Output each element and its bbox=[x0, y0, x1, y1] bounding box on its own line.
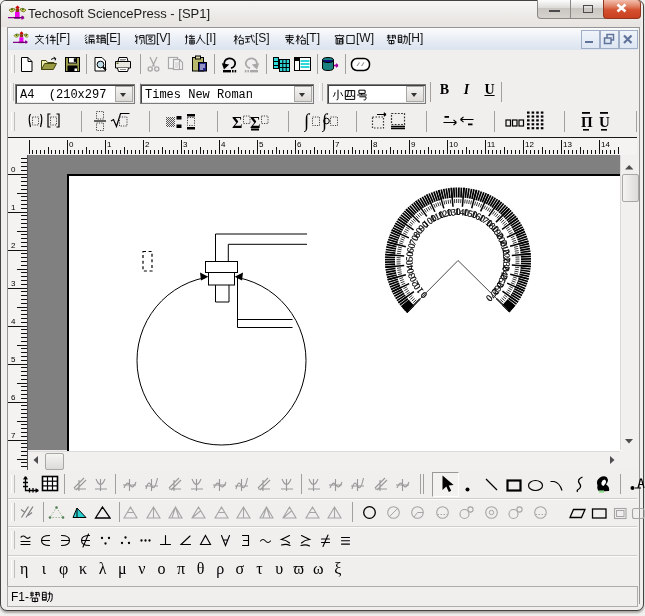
svg-text:7: 7 bbox=[11, 431, 16, 440]
svg-text:5: 5 bbox=[11, 355, 16, 364]
svg-text:4: 4 bbox=[221, 140, 226, 149]
svg-text:6: 6 bbox=[297, 140, 302, 149]
svg-text:∫: ∫ bbox=[322, 110, 329, 132]
svg-text:11: 11 bbox=[487, 140, 496, 149]
svg-text:0: 0 bbox=[11, 165, 16, 174]
svg-text:Σ: Σ bbox=[232, 114, 242, 131]
svg-text:2: 2 bbox=[145, 140, 150, 149]
svg-text:3: 3 bbox=[11, 279, 16, 288]
svg-text:7: 7 bbox=[335, 140, 340, 149]
svg-text:12: 12 bbox=[525, 140, 534, 149]
svg-text:Σ: Σ bbox=[250, 114, 260, 131]
svg-text:10: 10 bbox=[449, 140, 458, 149]
svg-text:2: 2 bbox=[11, 241, 16, 250]
svg-text:0: 0 bbox=[69, 140, 74, 149]
svg-text:9: 9 bbox=[411, 140, 416, 149]
svg-text:1: 1 bbox=[107, 140, 112, 149]
svg-text:∫: ∫ bbox=[304, 110, 311, 132]
svg-text:6: 6 bbox=[11, 393, 16, 402]
svg-text:5: 5 bbox=[259, 140, 264, 149]
svg-text:1: 1 bbox=[11, 203, 16, 212]
svg-text:3: 3 bbox=[183, 140, 188, 149]
svg-text:13: 13 bbox=[563, 140, 572, 149]
svg-text:U: U bbox=[599, 114, 610, 130]
svg-text:14: 14 bbox=[601, 140, 610, 149]
svg-text:4: 4 bbox=[11, 317, 16, 326]
svg-text:Π: Π bbox=[581, 114, 593, 130]
svg-text:8: 8 bbox=[373, 140, 378, 149]
